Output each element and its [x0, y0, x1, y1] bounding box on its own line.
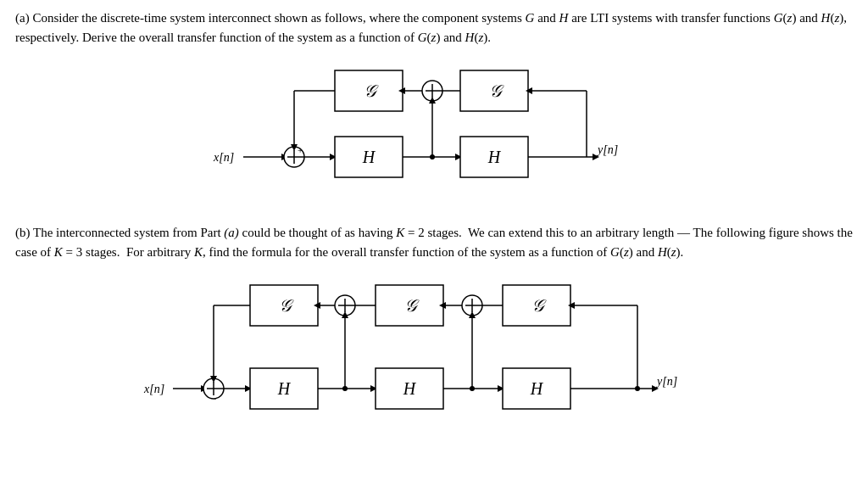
- part-a-text: (a) Consider the discrete-time system in…: [15, 8, 853, 47]
- h-label-2b: H: [403, 379, 417, 398]
- block-diagram-a: x[n] + H H y[n] 𝒢: [197, 55, 671, 208]
- block-diagram-b: x[n] H H H y[n] 𝒢: [137, 270, 731, 431]
- output-label-b: y[n]: [655, 375, 677, 388]
- h-label-2a: H: [487, 148, 502, 166]
- input-label-b: x[n]: [143, 383, 164, 395]
- h-label-1b: H: [277, 379, 292, 398]
- svg-point-10: [635, 386, 640, 391]
- plus-1a: +: [298, 145, 303, 155]
- svg-point-31: [470, 386, 475, 391]
- output-label-a: y[n]: [596, 143, 618, 156]
- h-label-1a: H: [362, 148, 376, 166]
- svg-point-28: [342, 386, 348, 391]
- junction-dot-a: [430, 154, 435, 159]
- diagram-b: x[n] H H H y[n] 𝒢: [15, 270, 853, 431]
- h-label-3b: H: [530, 379, 544, 398]
- input-label-a: x[n]: [213, 151, 234, 164]
- part-b-text: (b) The interconnected system from Part …: [15, 223, 853, 261]
- diagram-a: x[n] + H H y[n] 𝒢: [15, 55, 853, 208]
